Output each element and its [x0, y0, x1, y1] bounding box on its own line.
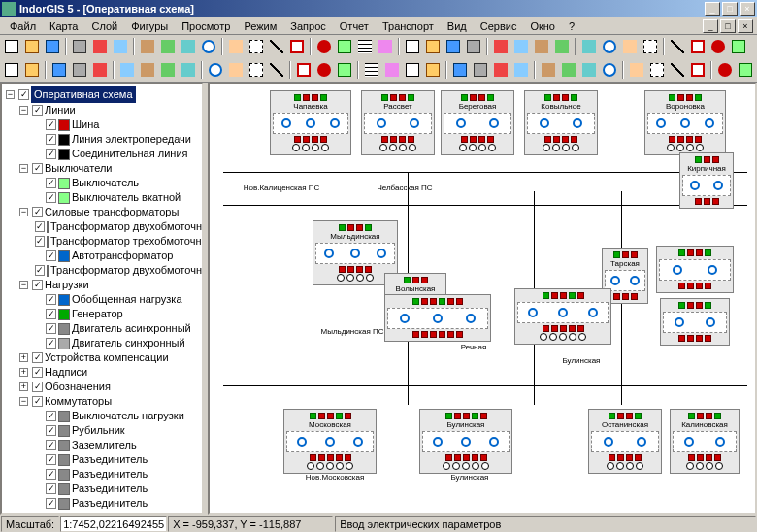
switch-icon[interactable] — [412, 331, 419, 338]
checkbox[interactable]: ✓ — [46, 483, 56, 494]
switch-icon[interactable] — [706, 413, 712, 419]
switch-icon[interactable] — [318, 413, 325, 419]
switch-icon[interactable] — [697, 454, 704, 461]
tree-node[interactable]: ✓Трансформатор двухобмоточный — [4, 219, 200, 234]
switch-icon[interactable] — [327, 454, 334, 461]
tree-node[interactable]: ✓Разъединитель — [4, 482, 200, 496]
switch-icon[interactable] — [339, 266, 346, 273]
toolbar-button[interactable] — [552, 37, 572, 56]
checkbox[interactable]: ✓ — [46, 192, 56, 203]
tree-node[interactable]: ✓Трансформатор двухобмоточны — [4, 263, 200, 278]
toolbar-button[interactable] — [403, 60, 422, 80]
toolbar-button[interactable] — [138, 60, 157, 80]
switch-icon[interactable] — [686, 94, 693, 101]
switch-icon[interactable] — [617, 413, 624, 419]
toolbar-button[interactable] — [511, 37, 531, 56]
tree-node[interactable]: −✓Линии — [4, 103, 200, 117]
toolbar-button[interactable] — [579, 60, 599, 80]
toolbar-button[interactable] — [450, 60, 470, 80]
tree-node[interactable]: ✓Двигатель асинхронный — [4, 321, 200, 336]
checkbox[interactable]: ✓ — [46, 294, 56, 305]
switch-icon[interactable] — [551, 325, 558, 332]
switch-icon[interactable] — [365, 266, 372, 273]
checkbox[interactable]: ✓ — [46, 250, 56, 261]
toolbar-button[interactable] — [423, 60, 443, 80]
menu-map[interactable]: Карта — [44, 19, 83, 33]
checkbox[interactable]: ✓ — [32, 280, 43, 290]
substation-block[interactable]: Московская — [283, 409, 377, 474]
tree-node[interactable]: ✓Выключатель нагрузки — [4, 409, 200, 423]
switch-icon[interactable] — [339, 224, 346, 231]
switch-icon[interactable] — [560, 292, 567, 299]
switch-icon[interactable] — [553, 136, 560, 143]
toolbar-button[interactable] — [559, 60, 578, 80]
toolbar-button[interactable] — [579, 37, 599, 56]
checkbox[interactable]: ✓ — [46, 119, 56, 130]
menu-file[interactable]: Файл — [4, 19, 42, 33]
switch-icon[interactable] — [347, 224, 354, 231]
toolbar-button[interactable] — [444, 37, 463, 56]
toolbar-button[interactable] — [49, 60, 69, 80]
substation-block[interactable]: Останинская — [588, 409, 662, 474]
toolbar-button[interactable] — [382, 60, 402, 80]
switch-icon[interactable] — [345, 413, 351, 419]
switch-icon[interactable] — [456, 298, 463, 305]
switch-icon[interactable] — [696, 302, 703, 309]
switch-icon[interactable] — [421, 298, 428, 305]
toolbar-button[interactable] — [471, 60, 490, 80]
switch-icon[interactable] — [543, 325, 549, 332]
toolbar-button[interactable] — [294, 60, 313, 80]
toolbar-button[interactable] — [688, 37, 708, 56]
toolbar-button[interactable] — [247, 60, 266, 80]
mdi-maximize-button[interactable]: □ — [720, 19, 736, 33]
substation-block[interactable]: Чапаевка — [270, 90, 351, 155]
toolbar-button[interactable] — [668, 60, 687, 80]
switch-icon[interactable] — [705, 283, 711, 289]
switch-icon[interactable] — [695, 136, 702, 143]
tree-node[interactable]: ✓Выключатель — [4, 176, 200, 190]
switch-icon[interactable] — [577, 325, 584, 332]
menu-layer[interactable]: Слой — [85, 19, 123, 33]
switch-icon[interactable] — [696, 283, 703, 289]
toolbar-button[interactable] — [600, 60, 619, 80]
toolbar-button[interactable] — [491, 60, 510, 80]
switch-icon[interactable] — [697, 413, 704, 419]
substation-block[interactable] — [384, 294, 491, 342]
switch-icon[interactable] — [571, 94, 577, 101]
switch-icon[interactable] — [609, 454, 615, 461]
tree-node[interactable]: −✓Выключатели — [4, 161, 200, 176]
toolbar-button[interactable] — [491, 37, 510, 56]
switch-icon[interactable] — [696, 249, 703, 256]
switch-icon[interactable] — [472, 454, 478, 461]
switch-icon[interactable] — [463, 454, 470, 461]
menu-help[interactable]: ? — [563, 19, 580, 33]
toolbar-button[interactable] — [355, 37, 375, 56]
switch-icon[interactable] — [303, 136, 310, 143]
switch-icon[interactable] — [712, 156, 719, 163]
switch-icon[interactable] — [678, 283, 685, 289]
switch-icon[interactable] — [704, 198, 710, 205]
tree-node[interactable]: −✓Нагрузки — [4, 278, 200, 292]
switch-icon[interactable] — [454, 413, 461, 419]
switch-icon[interactable] — [562, 136, 569, 143]
switch-icon[interactable] — [562, 94, 569, 101]
switch-icon[interactable] — [408, 136, 414, 143]
switch-icon[interactable] — [472, 413, 478, 419]
switch-icon[interactable] — [609, 413, 615, 419]
switch-icon[interactable] — [543, 292, 549, 299]
switch-icon[interactable] — [294, 94, 301, 101]
checkbox[interactable]: ✓ — [46, 338, 56, 349]
switch-icon[interactable] — [705, 335, 711, 342]
menu-service[interactable]: Сервис — [475, 19, 523, 33]
switch-icon[interactable] — [445, 413, 452, 419]
collapse-icon[interactable]: − — [19, 106, 28, 115]
switch-icon[interactable] — [445, 454, 452, 461]
toolbar-button[interactable] — [736, 60, 755, 80]
toolbar-button[interactable] — [627, 60, 646, 80]
switch-icon[interactable] — [399, 94, 406, 101]
switch-icon[interactable] — [345, 454, 351, 461]
maximize-button[interactable]: □ — [722, 2, 738, 16]
switch-icon[interactable] — [310, 413, 316, 419]
toolbar-button[interactable] — [729, 37, 748, 56]
switch-icon[interactable] — [631, 293, 638, 300]
